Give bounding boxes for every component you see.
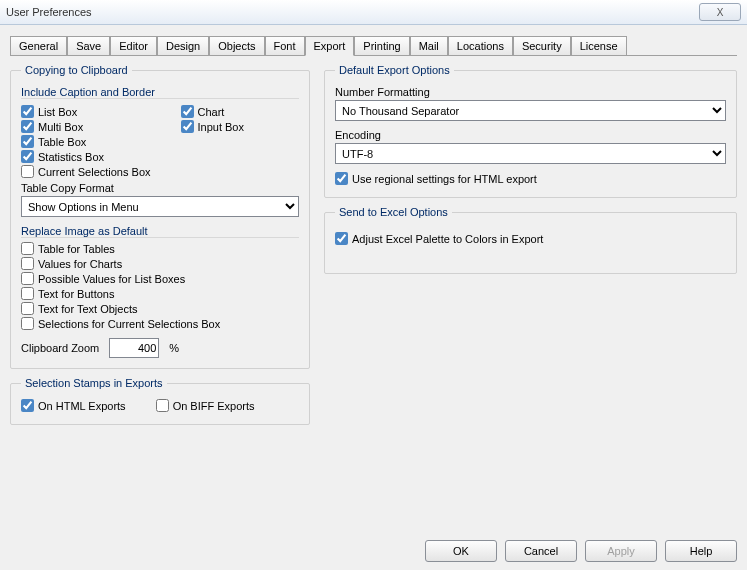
send-to-excel-legend: Send to Excel Options: [335, 206, 452, 218]
tab-security[interactable]: Security: [513, 36, 571, 56]
left-column: Copying to Clipboard Include Caption and…: [10, 64, 310, 427]
label-possible-values: Possible Values for List Boxes: [38, 273, 185, 285]
clipboard-zoom-pct: %: [169, 342, 179, 354]
default-export-legend: Default Export Options: [335, 64, 454, 76]
label-list-box: List Box: [38, 106, 77, 118]
label-table-for-tables: Table for Tables: [38, 243, 115, 255]
checkbox-statistics-box[interactable]: [21, 150, 34, 163]
checkbox-adjust-palette[interactable]: [335, 232, 348, 245]
copying-to-clipboard-group: Copying to Clipboard Include Caption and…: [10, 64, 310, 369]
table-copy-format-dropdown[interactable]: Show Options in Menu: [21, 196, 299, 217]
window-title: User Preferences: [6, 6, 92, 18]
table-copy-format-label: Table Copy Format: [21, 182, 299, 194]
checkbox-table-for-tables[interactable]: [21, 242, 34, 255]
dialog-buttons: OK Cancel Apply Help: [425, 540, 737, 562]
number-formatting-dropdown[interactable]: No Thousand Separator: [335, 100, 726, 121]
selection-stamps-legend: Selection Stamps in Exports: [21, 377, 167, 389]
tabstrip: General Save Editor Design Objects Font …: [10, 35, 737, 56]
right-column: Default Export Options Number Formatting…: [324, 64, 737, 427]
label-regional-settings: Use regional settings for HTML export: [352, 173, 537, 185]
checkbox-possible-values[interactable]: [21, 272, 34, 285]
checkbox-multi-box[interactable]: [21, 120, 34, 133]
clipboard-zoom-input[interactable]: [109, 338, 159, 358]
checkbox-biff-exports[interactable]: [156, 399, 169, 412]
clipboard-zoom-label: Clipboard Zoom: [21, 342, 99, 354]
checkbox-text-buttons[interactable]: [21, 287, 34, 300]
label-html-exports: On HTML Exports: [38, 400, 126, 412]
checkbox-sel-current[interactable]: [21, 317, 34, 330]
encoding-dropdown[interactable]: UTF-8: [335, 143, 726, 164]
label-adjust-palette: Adjust Excel Palette to Colors in Export: [352, 233, 543, 245]
label-biff-exports: On BIFF Exports: [173, 400, 255, 412]
checkbox-input-box[interactable]: [181, 120, 194, 133]
checkbox-text-objects[interactable]: [21, 302, 34, 315]
encoding-label: Encoding: [335, 129, 726, 141]
label-text-buttons: Text for Buttons: [38, 288, 114, 300]
tab-export[interactable]: Export: [305, 36, 355, 56]
checkbox-table-box[interactable]: [21, 135, 34, 148]
selection-stamps-group: Selection Stamps in Exports On HTML Expo…: [10, 377, 310, 425]
tab-locations[interactable]: Locations: [448, 36, 513, 56]
label-input-box: Input Box: [198, 121, 244, 133]
label-statistics-box: Statistics Box: [38, 151, 104, 163]
tab-general[interactable]: General: [10, 36, 67, 56]
checkbox-current-selections-box[interactable]: [21, 165, 34, 178]
label-values-for-charts: Values for Charts: [38, 258, 122, 270]
label-current-selections-box: Current Selections Box: [38, 166, 151, 178]
replace-image-legend: Replace Image as Default: [21, 225, 299, 238]
tab-objects[interactable]: Objects: [209, 36, 264, 56]
checkbox-values-for-charts[interactable]: [21, 257, 34, 270]
ok-button[interactable]: OK: [425, 540, 497, 562]
checkbox-html-exports[interactable]: [21, 399, 34, 412]
label-table-box: Table Box: [38, 136, 86, 148]
close-icon: X: [717, 7, 724, 18]
include-caption-border-legend: Include Caption and Border: [21, 86, 299, 99]
number-formatting-label: Number Formatting: [335, 86, 726, 98]
label-sel-current: Selections for Current Selections Box: [38, 318, 220, 330]
default-export-group: Default Export Options Number Formatting…: [324, 64, 737, 198]
content-area: General Save Editor Design Objects Font …: [0, 25, 747, 427]
titlebar: User Preferences X: [0, 0, 747, 25]
close-button[interactable]: X: [699, 3, 741, 21]
tab-mail[interactable]: Mail: [410, 36, 448, 56]
send-to-excel-group: Send to Excel Options Adjust Excel Palet…: [324, 206, 737, 274]
checkbox-list-box[interactable]: [21, 105, 34, 118]
tab-printing[interactable]: Printing: [354, 36, 409, 56]
tab-save[interactable]: Save: [67, 36, 110, 56]
checkbox-chart[interactable]: [181, 105, 194, 118]
label-chart: Chart: [198, 106, 225, 118]
include-checkboxes: List Box Multi Box Table Box Statistics …: [21, 103, 299, 180]
cancel-button[interactable]: Cancel: [505, 540, 577, 562]
label-multi-box: Multi Box: [38, 121, 83, 133]
tab-font[interactable]: Font: [265, 36, 305, 56]
apply-button[interactable]: Apply: [585, 540, 657, 562]
label-text-objects: Text for Text Objects: [38, 303, 137, 315]
tab-license[interactable]: License: [571, 36, 627, 56]
tab-editor[interactable]: Editor: [110, 36, 157, 56]
user-preferences-window: User Preferences X General Save Editor D…: [0, 0, 747, 570]
panel-area: Copying to Clipboard Include Caption and…: [10, 64, 737, 427]
copying-legend: Copying to Clipboard: [21, 64, 132, 76]
clipboard-zoom-row: Clipboard Zoom %: [21, 338, 299, 358]
tab-design[interactable]: Design: [157, 36, 209, 56]
help-button[interactable]: Help: [665, 540, 737, 562]
checkbox-regional-settings[interactable]: [335, 172, 348, 185]
